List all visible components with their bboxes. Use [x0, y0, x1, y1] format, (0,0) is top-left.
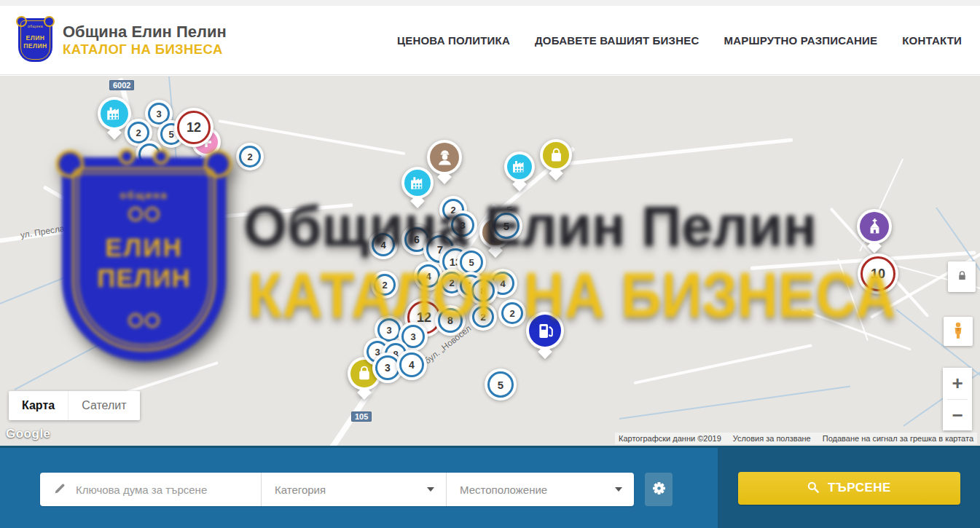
logo-small-text: община [18, 24, 52, 28]
cluster-count: 5 [490, 210, 522, 242]
cluster-count: 5 [485, 369, 517, 401]
cluster-count: 12 [174, 108, 213, 147]
logo-line2: ПЕЛИН [18, 42, 52, 50]
search-bar-right: ТЪРСЕНЕ [718, 448, 980, 528]
pin-circle [504, 151, 535, 182]
search-button[interactable]: ТЪРСЕНЕ [738, 472, 960, 505]
cluster-marker[interactable] [136, 141, 163, 168]
cluster-count: 2 [498, 299, 526, 327]
logo-line1: ЕЛИН [18, 34, 52, 42]
cluster-marker[interactable]: 8 [469, 276, 498, 305]
factory-icon [409, 174, 427, 192]
map-data-copyright: Картографски данни ©2019 [619, 434, 721, 443]
report-map-error-link[interactable]: Подаване на сигнал за грешка в картата [823, 434, 973, 443]
pin-marker[interactable] [401, 167, 434, 208]
terms-of-use-link[interactable]: Условия за ползване [733, 434, 811, 443]
nav-item-contacts[interactable]: КОНТАКТИ [902, 34, 962, 47]
pin-marker[interactable] [857, 209, 892, 253]
nav-item-route-schedule[interactable]: МАРШРУТНО РАЗПИСАНИЕ [724, 34, 877, 47]
map-type-map-button[interactable]: Карта [9, 391, 68, 420]
cluster-count: 2 [469, 303, 497, 331]
page: община ЕЛИН ПЕЛИН Община Елин Пелин КАТА… [0, 0, 980, 528]
cluster-count: 4 [369, 230, 398, 259]
nav-item-pricing-policy[interactable]: ЦЕНОВА ПОЛИТИКА [397, 34, 510, 47]
shopping-bag-icon [355, 364, 374, 383]
fuel-station-icon [535, 320, 556, 342]
keyword-search-input[interactable] [76, 484, 243, 496]
advanced-search-settings-button[interactable] [645, 473, 673, 506]
pin-marker[interactable] [504, 151, 535, 192]
cluster-count: 2 [236, 143, 264, 170]
site-header: община ЕЛИН ПЕЛИН Община Елин Пелин КАТА… [0, 6, 980, 75]
zoom-out-button[interactable]: − [943, 400, 972, 431]
zoom-control: + − [943, 368, 972, 430]
map-canvas[interactable]: 6002105ул. Преславбул. „Новоселци 325122… [0, 76, 980, 446]
engineer-icon [435, 148, 455, 168]
cluster-count [136, 141, 163, 168]
chevron-down-icon [427, 487, 434, 492]
search-icon [807, 481, 820, 496]
cluster-count: 10 [858, 253, 898, 294]
main-nav: ЦЕНОВА ПОЛИТИКА ДОБАВЕТЕ ВАШИЯТ БИЗНЕС М… [397, 34, 962, 47]
cluster-count: 4 [396, 350, 427, 380]
category-select[interactable]: Категория [262, 473, 446, 506]
pin-circle [540, 139, 572, 171]
pin-marker[interactable] [540, 139, 572, 181]
cluster-marker[interactable]: 12 [174, 108, 213, 147]
keyword-section [40, 473, 261, 506]
category-select-value: Категория [275, 484, 326, 496]
search-bar: Категория Местоположение ТЪР [0, 446, 980, 528]
cluster-marker[interactable]: 10 [858, 253, 898, 294]
gear-icon [651, 481, 667, 498]
fullscreen-lock-button[interactable] [948, 261, 976, 292]
factory-icon [511, 158, 528, 176]
cluster-count: 8 [469, 276, 498, 305]
cluster-marker[interactable]: 2 [371, 271, 399, 299]
location-select-value: Местоположение [460, 484, 547, 496]
search-button-label: ТЪРСЕНЕ [828, 481, 891, 495]
location-select[interactable]: Местоположение [447, 473, 634, 506]
pin-circle [401, 167, 434, 199]
map-type-satellite-button[interactable]: Сателит [68, 391, 139, 420]
cluster-marker[interactable]: 4 [396, 350, 427, 380]
site-title: Община Елин Пелин [63, 23, 227, 41]
pegman-icon [949, 321, 968, 342]
cluster-marker[interactable]: 5 [490, 210, 522, 242]
brand[interactable]: община ЕЛИН ПЕЛИН Община Елин Пелин КАТА… [18, 18, 227, 62]
zoom-in-button[interactable]: + [943, 368, 972, 399]
cluster-marker[interactable]: 2 [498, 299, 526, 327]
church-icon [865, 217, 885, 237]
factory-icon [105, 104, 124, 123]
pencil-icon [53, 481, 67, 498]
top-strip [0, 0, 980, 6]
site-subtitle: КАТАЛОГ НА БИЗНЕСА [63, 42, 227, 58]
lock-icon [956, 269, 968, 284]
search-input-group: Категория Местоположение [40, 473, 634, 506]
google-logo[interactable]: Google [6, 427, 51, 441]
map-attribution: Картографски данни ©2019 Условия за полз… [615, 433, 977, 444]
search-bar-left: Категория Местоположение [0, 448, 718, 528]
cluster-marker[interactable]: 2 [469, 303, 497, 331]
pin-marker[interactable] [526, 312, 564, 359]
map-markers: 32512223564713542274812822333834510 [0, 76, 980, 446]
municipality-logo: община ЕЛИН ПЕЛИН [18, 18, 52, 62]
nav-item-add-business[interactable]: ДОБАВЕТЕ ВАШИЯТ БИЗНЕС [535, 34, 699, 47]
brand-text: Община Елин Пелин КАТАЛОГ НА БИЗНЕСА [63, 23, 227, 57]
street-view-pegman-button[interactable] [944, 317, 973, 346]
cluster-marker[interactable]: 2 [236, 143, 264, 170]
cluster-marker[interactable]: 5 [485, 369, 517, 401]
pin-circle [857, 209, 892, 244]
chevron-down-icon [615, 487, 622, 492]
shopping-bag-icon [547, 146, 565, 165]
cluster-marker[interactable]: 4 [369, 230, 398, 259]
pin-circle [526, 312, 564, 350]
cluster-count: 8 [435, 305, 466, 336]
map-type-control: Карта Сателит [9, 391, 140, 420]
cluster-marker[interactable]: 8 [435, 305, 466, 336]
cluster-count: 2 [371, 271, 399, 299]
